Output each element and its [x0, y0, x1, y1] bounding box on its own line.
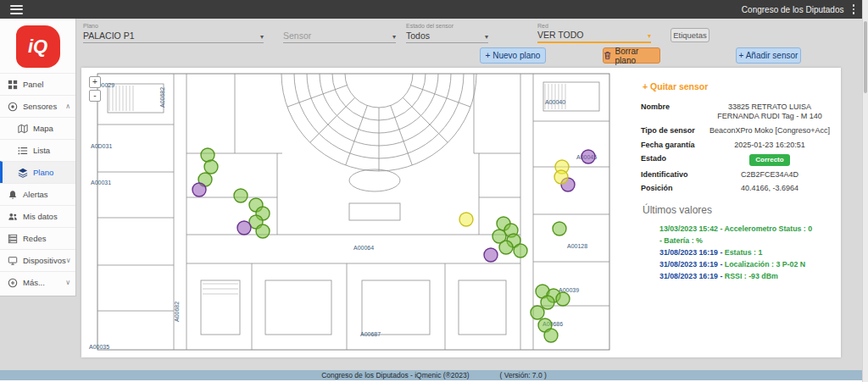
sidebar-item-mis-datos[interactable]: Mis datos	[0, 205, 75, 227]
field-label: Estado	[641, 154, 709, 163]
detail-row-tipo: Tipo de sensor BeaconXPro Moko [Congreso…	[641, 124, 831, 138]
select-value: Todos	[406, 30, 430, 41]
status-badge: Correcto	[749, 154, 789, 165]
borrar-plano-button[interactable]: Borrar plano	[603, 47, 660, 64]
vertical-scrollbar[interactable]	[862, 0, 868, 382]
sensor-detail-panel: + Quitar sensor Nombre 33825 RETRATO LUI…	[631, 68, 841, 357]
anadir-sensor-button[interactable]: + Añadir sensor	[736, 47, 801, 64]
footer-version-text: ( Versión: 7.0 )	[500, 371, 547, 379]
estado-select[interactable]: Estado del sensor Todos▾	[406, 23, 488, 43]
sidebar-item-label: Dispositivos	[23, 256, 66, 265]
field-value: 2025-01-23 16:20:51	[709, 141, 831, 151]
field-label: Identificativo	[641, 170, 709, 179]
green-sensor-marker[interactable]	[514, 244, 527, 257]
device-icon	[8, 256, 18, 266]
field-label: Posición	[641, 184, 709, 192]
zoom-out-button[interactable]: -	[89, 90, 101, 102]
green-sensor-marker[interactable]	[553, 222, 566, 235]
bell-icon	[8, 190, 18, 200]
green-sensor-marker[interactable]	[234, 189, 248, 202]
green-sensor-marker[interactable]	[556, 292, 570, 306]
field-value: 33825 RETRATO LUISA FERNANDA RUDI Tag - …	[709, 102, 831, 122]
users-icon	[8, 212, 18, 222]
nuevo-plano-button[interactable]: + Nuevo plano	[480, 47, 546, 64]
reading-value: Accelerometro Status : 0	[724, 224, 812, 233]
detail-row-identificativo: Identificativo C2B2FCE34A4D	[641, 168, 831, 182]
sidebar-item-dispositivos[interactable]: Dispositivos ∨	[0, 249, 75, 271]
select-label	[283, 23, 396, 30]
sidebar-item-label: Sensores	[23, 102, 57, 111]
green-sensor-marker[interactable]	[204, 160, 218, 174]
floor-plan-map[interactable]: + -	[81, 68, 627, 357]
sidebar-item-plano[interactable]: Plano	[0, 161, 75, 183]
green-sensor-marker[interactable]	[544, 329, 558, 342]
detail-row-posicion: Posición 40.4166, -3.6964	[641, 182, 831, 197]
app-logo[interactable]: iQ	[16, 25, 60, 68]
yellow-sensor-marker[interactable]	[459, 213, 473, 226]
plus-circle-icon	[8, 278, 18, 288]
select-value: VER TODO	[537, 30, 583, 40]
sidebar-item-lista[interactable]: Lista	[0, 139, 75, 161]
reading-date: 31/08/2023 16:19 -	[659, 260, 725, 269]
floor-plan-svg[interactable]: A00029A00682A0D031A00031A00035A00682A006…	[81, 68, 627, 357]
sidebar-item-sensores[interactable]: Sensores ∧	[0, 95, 75, 117]
top-bar: Congreso de los Diputados	[0, 0, 868, 19]
main-content: Plano PALACIO P1▾ Sensor▾ Estado del sen…	[77, 19, 868, 382]
reading-value: Localización : 3 P-02 N	[725, 260, 805, 269]
etiquetas-button[interactable]: Etiquetas	[670, 28, 709, 42]
sidebar-item-mas[interactable]: Más... ∨	[0, 271, 75, 293]
sensor-reading: - Batería : %	[659, 236, 831, 245]
purple-sensor-marker[interactable]	[237, 221, 251, 235]
sensor-select[interactable]: Sensor▾	[283, 23, 396, 43]
red-select[interactable]: Red VER TODO▾	[537, 23, 651, 43]
field-label: Nombre	[641, 102, 709, 111]
room-label: A0D031	[91, 143, 112, 149]
plano-card: + -	[81, 68, 841, 357]
sensor-icon	[8, 102, 18, 112]
kebab-menu-icon[interactable]	[851, 3, 857, 16]
footer-app-text: Congreso de los Diputados - iQmenic (®20…	[321, 371, 469, 379]
reading-value: Estatus : 1	[725, 248, 763, 257]
chevron-up-icon: ∧	[65, 102, 70, 110]
ultimos-valores-title: Últimos valores	[643, 204, 831, 216]
account-title: Congreso de los Diputados	[742, 5, 844, 14]
sidebar-item-panel[interactable]: Panel	[0, 73, 75, 95]
quitar-sensor-button[interactable]: + Quitar sensor	[643, 81, 831, 91]
button-label: Borrar plano	[615, 47, 659, 65]
zoom-in-button[interactable]: +	[89, 76, 101, 88]
green-sensor-marker[interactable]	[531, 306, 544, 319]
sensor-reading: 31/08/2023 16:19 - Estatus : 1	[659, 248, 831, 257]
field-value: 40.4166, -3.6964	[709, 184, 831, 194]
detail-row-nombre: Nombre 33825 RETRATO LUISA FERNANDA RUDI…	[641, 100, 831, 124]
hamburger-menu-icon[interactable]	[10, 5, 23, 14]
purple-sensor-marker[interactable]	[484, 248, 498, 262]
sidebar-item-redes[interactable]: Redes	[0, 227, 75, 249]
chevron-down-icon: ∨	[66, 257, 71, 264]
sensor-reading: 31/08/2023 16:19 - RSSI : -93 dBm	[659, 272, 831, 280]
sidebar-item-label: Redes	[23, 234, 46, 243]
scrollbar-thumb[interactable]	[864, 21, 867, 93]
purple-sensor-marker[interactable]	[192, 183, 206, 197]
select-label: Estado del sensor	[406, 23, 488, 30]
green-sensor-marker[interactable]	[541, 296, 554, 309]
dropdown-arrow-icon: ▾	[648, 32, 651, 40]
sidebar-item-label: Más...	[23, 278, 45, 287]
plano-select[interactable]: Plano PALACIO P1▾	[83, 23, 264, 43]
layers-icon	[18, 168, 28, 178]
sidebar-item-label: Lista	[33, 146, 50, 155]
sidebar-item-mapa[interactable]: Mapa	[0, 117, 75, 139]
yellow-sensor-marker[interactable]	[554, 170, 568, 184]
green-sensor-marker[interactable]	[499, 241, 513, 254]
green-sensor-marker[interactable]	[256, 224, 270, 238]
sidebar-item-alertas[interactable]: Alertas	[0, 183, 75, 205]
trash-icon	[604, 51, 612, 60]
reading-date: 13/03/2023 15:42 -	[659, 224, 724, 233]
sidebar: iQ Panel Sensores ∧ Mapa Lista Plano Ale…	[0, 19, 76, 296]
map-icon	[18, 124, 28, 134]
sensor-reading: 13/03/2023 15:42 - Accelerometro Status …	[659, 224, 831, 233]
purple-sensor-marker[interactable]	[581, 150, 595, 163]
list-icon	[18, 146, 28, 156]
room-label: A00682	[174, 302, 180, 322]
room-label: A00064	[353, 245, 374, 251]
reading-value: - Batería : %	[659, 236, 703, 245]
